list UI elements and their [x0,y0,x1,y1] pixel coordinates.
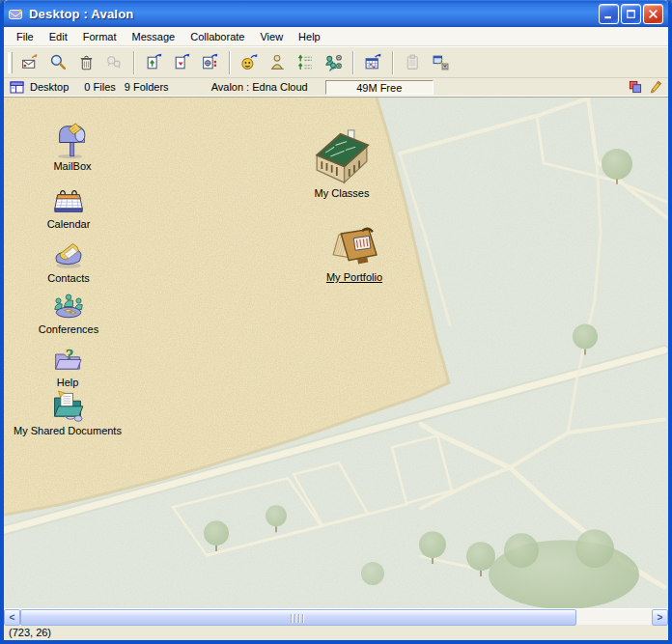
layers-icon[interactable] [629,80,642,94]
desktop-icon-label: My Portfolio [296,271,412,284]
toolbar-search-button[interactable] [45,50,71,75]
edit-pencil-icon[interactable] [649,80,662,94]
desktop-icon-label: Contacts [11,272,126,285]
free-space-indicator: 49M Free [325,80,434,95]
maximize-icon [624,7,638,21]
file-count: 0 Files [84,81,115,93]
mailbox-icon [50,121,95,159]
title-bar[interactable]: Desktop : Avalon [4,0,668,27]
help-icon [48,344,87,376]
desktop-icon-label: Calendar [11,218,126,231]
scrollbar-thumb[interactable] [20,609,576,626]
toolbar-instant-message-button[interactable] [237,50,263,75]
desktop-icon-label: My Shared Documents [10,425,126,437]
toolbar-permissions-button[interactable] [321,50,347,75]
desktop-icon-label: My Classes [284,187,400,200]
contacts-icon [47,237,90,271]
scroll-left-button[interactable]: < [4,609,20,626]
toolbar-calendar-event-button[interactable] [360,50,386,75]
shared-documents-icon [45,387,90,424]
toolbar-separator [352,51,354,74]
conferences-icon [46,288,91,322]
minimize-button[interactable] [599,4,619,24]
toolbar-chat-button [101,50,127,75]
paste-icon [404,53,422,71]
app-window: Desktop : Avalon FileEditFormatMessageCo… [0,0,672,644]
location-label: Desktop [30,81,69,93]
toolbar [4,46,668,78]
desktop-canvas[interactable]: MailBoxCalendarContactsConferencesHelpMy… [4,97,668,608]
desktop-icon-portfolio[interactable]: My Portfolio [296,226,412,284]
toolbar-grip[interactable] [8,52,13,73]
desktop-icon-help[interactable]: Help [10,344,126,389]
tree [266,505,287,526]
disconnect-icon [432,53,450,71]
item-properties-icon [201,53,219,71]
menu-bar: FileEditFormatMessageCollaborateViewHelp [4,27,668,46]
new-message-icon [21,53,40,71]
toolbar-history-button[interactable] [293,50,319,75]
menu-file[interactable]: File [9,29,42,44]
menu-format[interactable]: Format [75,29,125,44]
desktop-icon-classes[interactable]: My Classes [284,126,400,200]
toolbar-item-properties-button[interactable] [197,50,223,75]
minimize-icon [602,7,616,21]
calendar-icon [48,182,89,217]
scroll-right-button[interactable]: > [652,609,668,626]
tree [361,562,384,585]
toolbar-directory-button[interactable] [265,50,291,75]
open-item-icon [145,53,163,71]
status-bar: (723, 26) [4,625,668,640]
instant-message-icon [240,53,259,71]
tree [204,520,229,546]
horizontal-scrollbar[interactable]: < > [4,608,668,625]
search-icon [49,53,68,71]
toolbar-save-item-button[interactable] [169,50,195,75]
tree [602,149,632,180]
chat-icon [105,53,124,71]
window-controls [599,4,663,24]
folder-count: 9 Folders [125,81,169,93]
save-item-icon [173,53,191,71]
calendar-event-icon [364,53,382,71]
toolbar-paste-button [400,50,426,75]
scrollbar-thumb-grip [291,614,306,623]
cursor-coordinates: (723, 26) [9,627,51,638]
menu-view[interactable]: View [252,29,291,44]
menu-collaborate[interactable]: Collaborate [182,29,252,44]
desktop-icon-mailbox[interactable]: MailBox [14,121,130,173]
forest [504,533,539,568]
toolbar-separator [133,51,135,74]
server-name: Avalon : Edna Cloud [211,81,308,93]
tree [573,324,598,350]
close-icon [646,7,660,21]
desktop-icon-conferences[interactable]: Conferences [11,288,126,336]
desktop-pane-icon [10,80,24,95]
permissions-icon [324,53,343,71]
info-bar: Desktop 0 Files 9 Folders Avalon : Edna … [4,78,668,97]
desktop-icon-label: MailBox [14,160,130,173]
desktop-icon-calendar[interactable]: Calendar [11,182,126,231]
toolbar-open-item-button[interactable] [141,50,167,75]
app-icon [8,6,24,22]
maximize-button[interactable] [621,4,641,24]
portfolio-icon [322,226,387,270]
toolbar-separator [229,51,231,74]
history-icon [296,53,315,71]
forest [575,529,614,568]
directory-icon [268,53,287,71]
close-button[interactable] [643,4,663,24]
toolbar-new-message-button[interactable] [17,50,43,75]
toolbar-separator [392,51,394,74]
toolbar-delete-button[interactable] [73,50,99,75]
menu-help[interactable]: Help [291,29,328,44]
toolbar-disconnect-button[interactable] [428,50,454,75]
delete-icon [77,53,96,71]
desktop-icon-label: Conferences [11,323,126,336]
desktop-icon-shared-documents[interactable]: My Shared Documents [10,387,126,437]
desktop-icon-contacts[interactable]: Contacts [11,237,126,285]
menu-message[interactable]: Message [125,29,183,44]
window-title: Desktop : Avalon [29,7,599,21]
tree [419,531,446,558]
menu-edit[interactable]: Edit [42,29,75,44]
